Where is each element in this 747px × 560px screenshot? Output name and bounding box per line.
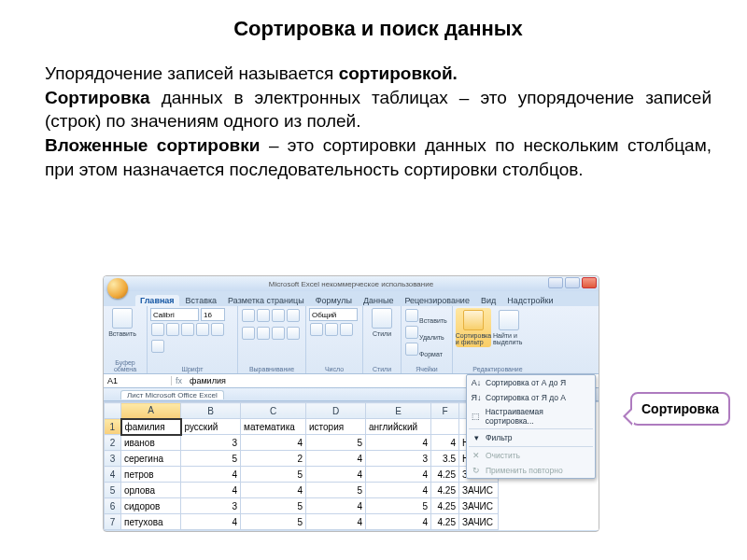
- underline-button[interactable]: [181, 323, 194, 336]
- sheet-tab[interactable]: Лист Microsoft Office Excel: [120, 390, 224, 399]
- cell[interactable]: 4: [306, 467, 366, 483]
- col-header-b[interactable]: B: [181, 403, 241, 419]
- row-header[interactable]: 2: [105, 435, 121, 451]
- tab-addins[interactable]: Надстройки: [502, 295, 557, 306]
- cell[interactable]: 4: [181, 514, 241, 530]
- menu-sort-az[interactable]: А↓Сортировка от А до Я: [467, 375, 595, 390]
- cell[interactable]: 4: [181, 483, 241, 498]
- col-header-c[interactable]: C: [241, 403, 306, 419]
- find-select-button[interactable]: Найти и выделить: [493, 308, 525, 347]
- italic-button[interactable]: [166, 323, 179, 336]
- cell[interactable]: 5: [366, 498, 431, 514]
- cell[interactable]: русский: [181, 419, 241, 435]
- tab-home[interactable]: Главная: [135, 295, 179, 306]
- cell[interactable]: 4: [241, 435, 306, 451]
- cell[interactable]: 4: [366, 514, 431, 530]
- border-button[interactable]: [196, 323, 209, 336]
- styles-button[interactable]: Стили: [366, 308, 398, 337]
- row-header[interactable]: 5: [105, 483, 121, 498]
- text-bold: Вложенные сортировки: [45, 135, 260, 155]
- tab-data[interactable]: Данные: [359, 295, 399, 306]
- cell[interactable]: математика: [241, 419, 306, 435]
- cell[interactable]: 5: [241, 498, 306, 514]
- delete-cells-button[interactable]: Удалить: [404, 325, 449, 341]
- font-combo[interactable]: Calibri: [150, 308, 199, 321]
- menu-custom-sort[interactable]: ⬚Настраиваемая сортировка...: [467, 405, 595, 427]
- menu-filter[interactable]: ▾Фильтр: [467, 430, 595, 445]
- cell[interactable]: 4: [431, 435, 459, 451]
- cell[interactable]: 4.25: [431, 467, 459, 483]
- row-header[interactable]: 3: [105, 451, 121, 467]
- sort-filter-icon: [463, 310, 484, 330]
- cell[interactable]: ЗАЧИС: [459, 514, 499, 530]
- text-bold: сортировкой.: [339, 63, 458, 83]
- cell[interactable]: 3: [181, 498, 241, 514]
- menu-clear: ✕Очистить: [467, 448, 595, 463]
- cell[interactable]: 4: [181, 467, 241, 483]
- office-button[interactable]: [107, 278, 128, 299]
- bold-button[interactable]: [151, 323, 164, 336]
- cell[interactable]: иванов: [121, 435, 181, 451]
- ribbon: Вставить Буфер обмена Calibri16 Шрифт Вы…: [104, 306, 599, 374]
- sort-filter-button[interactable]: Сортировка и фильтр: [456, 308, 491, 347]
- font-size-combo[interactable]: 16: [201, 308, 225, 321]
- cell[interactable]: 4: [306, 451, 366, 467]
- cell[interactable]: 4: [366, 435, 431, 451]
- row-header[interactable]: 7: [105, 514, 121, 530]
- window-title: Microsoft Excel некоммерческое использов…: [269, 280, 433, 288]
- cell[interactable]: 4.25: [431, 498, 459, 514]
- text-bold: Сортировка: [45, 88, 150, 107]
- col-header-e[interactable]: E: [366, 403, 431, 419]
- cell[interactable]: фамилия: [121, 419, 181, 435]
- row-header[interactable]: 4: [105, 467, 121, 483]
- col-header-d[interactable]: D: [306, 403, 366, 419]
- cell[interactable]: ЗАЧИС: [459, 498, 499, 514]
- cell[interactable]: 4: [241, 483, 306, 498]
- minimize-button[interactable]: [548, 277, 563, 288]
- cell[interactable]: 4: [366, 467, 431, 483]
- cell[interactable]: ЗАЧИС: [459, 483, 499, 498]
- maximize-button[interactable]: [565, 277, 580, 288]
- tab-page-layout[interactable]: Разметка страницы: [223, 295, 309, 306]
- name-box[interactable]: A1: [104, 376, 172, 385]
- cell[interactable]: 4: [366, 483, 431, 498]
- cell[interactable]: 4: [306, 514, 366, 530]
- cell[interactable]: [431, 419, 459, 435]
- number-format-combo[interactable]: Общий: [309, 308, 358, 321]
- col-header-a[interactable]: A: [121, 403, 181, 419]
- cell[interactable]: 5: [241, 467, 306, 483]
- close-button[interactable]: [582, 277, 597, 288]
- font-color-button[interactable]: [151, 340, 164, 353]
- cell[interactable]: петров: [121, 467, 181, 483]
- cell[interactable]: 3: [366, 451, 431, 467]
- menu-sort-za[interactable]: Я↓Сортировка от Я до А: [467, 390, 595, 405]
- cell[interactable]: 5: [306, 483, 366, 498]
- cell[interactable]: 2: [241, 451, 306, 467]
- group-alignment: Выравнивание: [238, 366, 305, 372]
- cell[interactable]: 4: [306, 498, 366, 514]
- format-cells-button[interactable]: Формат: [404, 342, 449, 357]
- tab-view[interactable]: Вид: [476, 295, 500, 306]
- cell[interactable]: сидоров: [121, 498, 181, 514]
- cell[interactable]: 3: [181, 435, 241, 451]
- tab-review[interactable]: Рецензирование: [400, 295, 474, 306]
- cell[interactable]: орлова: [121, 483, 181, 498]
- cell[interactable]: история: [306, 419, 366, 435]
- cell[interactable]: 3.5: [431, 451, 459, 467]
- col-header-f[interactable]: F: [431, 403, 459, 419]
- cell[interactable]: 5: [241, 514, 306, 530]
- cell[interactable]: 5: [306, 435, 366, 451]
- tab-insert[interactable]: Вставка: [181, 295, 221, 306]
- tab-formulas[interactable]: Формулы: [311, 295, 357, 306]
- cell[interactable]: 5: [181, 451, 241, 467]
- cell[interactable]: серегина: [121, 451, 181, 467]
- cell[interactable]: английский: [366, 419, 431, 435]
- insert-cells-button[interactable]: Вставить: [404, 308, 449, 324]
- cell[interactable]: 4.25: [431, 483, 459, 498]
- row-header[interactable]: 1: [105, 419, 121, 435]
- cell[interactable]: 4.25: [431, 514, 459, 530]
- row-header[interactable]: 6: [105, 498, 121, 514]
- fill-color-button[interactable]: [211, 323, 224, 336]
- cell[interactable]: петухова: [121, 514, 181, 530]
- paste-button[interactable]: Вставить: [106, 308, 138, 337]
